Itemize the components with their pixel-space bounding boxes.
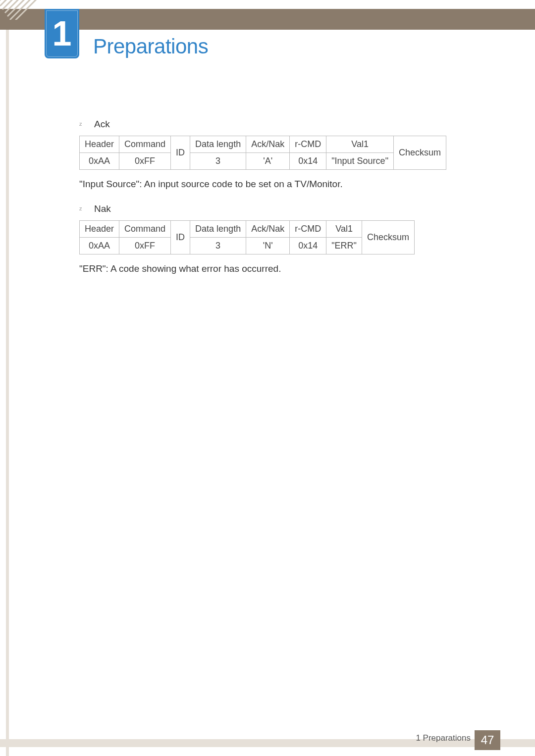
td-val1-val: "Input Source" — [326, 153, 394, 170]
th-ack-nak: Ack/Nak — [246, 221, 290, 238]
th-checksum: Checksum — [362, 221, 414, 254]
td-data-length-val: 3 — [190, 153, 246, 170]
th-checksum: Checksum — [394, 136, 446, 170]
td-ack-nak-val: 'N' — [246, 238, 290, 254]
th-ack-nak: Ack/Nak — [246, 136, 290, 153]
ack-description: "Input Source": An input source code to … — [79, 179, 476, 190]
page-number: 47 — [481, 733, 494, 747]
table-row: Header Command ID Data length Ack/Nak r-… — [80, 221, 415, 238]
ack-label: Ack — [94, 119, 110, 130]
svg-line-6 — [14, 0, 37, 20]
ack-table: Header Command ID Data length Ack/Nak r-… — [79, 136, 446, 170]
table-row: 0xAA 0xFF 3 'A' 0x14 "Input Source" — [80, 153, 446, 170]
bullet-marker: z — [79, 203, 94, 211]
page-title: Preparations — [93, 35, 208, 58]
th-data-length: Data length — [190, 221, 246, 238]
th-r-cmd: r-CMD — [290, 221, 326, 238]
left-side-decoration — [6, 30, 9, 756]
nak-table: Header Command ID Data length Ack/Nak r-… — [79, 220, 415, 254]
nak-label: Nak — [94, 203, 111, 214]
nak-section: z Nak Header Command ID Data length Ack/… — [79, 203, 476, 274]
th-r-cmd: r-CMD — [290, 136, 326, 153]
footer-page-box: 47 — [475, 730, 500, 750]
td-data-length-val: 3 — [190, 238, 246, 254]
content-area: z Ack Header Command ID Data length Ack/… — [79, 119, 476, 288]
th-command: Command — [119, 136, 171, 153]
table-row: Header Command ID Data length Ack/Nak r-… — [80, 136, 446, 153]
th-id: ID — [171, 221, 190, 254]
td-command-val: 0xFF — [119, 238, 171, 254]
th-command: Command — [119, 221, 171, 238]
nak-description: "ERR": A code showing what error has occ… — [79, 263, 476, 274]
td-ack-nak-val: 'A' — [246, 153, 290, 170]
header-bar — [0, 9, 535, 30]
chapter-number-box: 1 — [45, 9, 79, 58]
td-command-val: 0xFF — [119, 153, 171, 170]
td-header-val: 0xAA — [80, 238, 119, 254]
td-header-val: 0xAA — [80, 153, 119, 170]
corner-decoration — [0, 0, 40, 20]
bullet-marker: z — [79, 119, 94, 127]
th-data-length: Data length — [190, 136, 246, 153]
th-val1: Val1 — [326, 136, 394, 153]
td-r-cmd-val: 0x14 — [290, 153, 326, 170]
td-r-cmd-val: 0x14 — [290, 238, 326, 254]
th-val1: Val1 — [326, 221, 362, 238]
td-val1-val: "ERR" — [326, 238, 362, 254]
th-id: ID — [171, 136, 190, 170]
th-header: Header — [80, 136, 119, 153]
ack-section: z Ack Header Command ID Data length Ack/… — [79, 119, 476, 190]
footer-section-label: 1 Preparations — [416, 729, 471, 747]
chapter-number: 1 — [53, 16, 72, 51]
th-header: Header — [80, 221, 119, 238]
